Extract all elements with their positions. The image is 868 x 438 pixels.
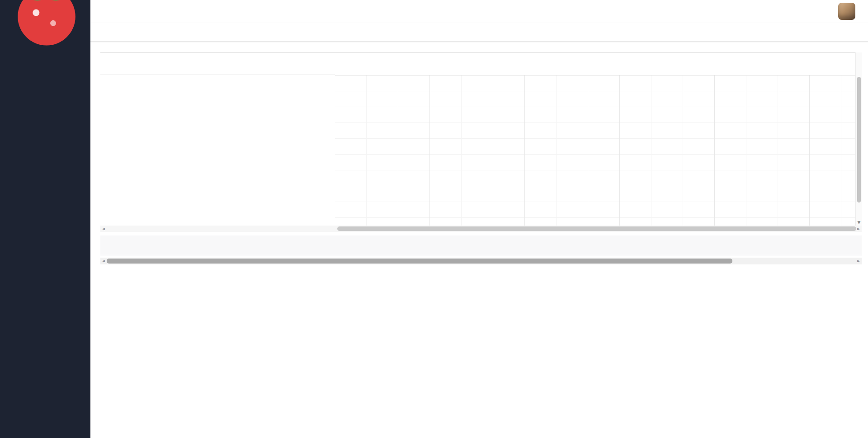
scroll-right-arrow[interactable]: ►: [857, 226, 860, 232]
sidebar: [0, 0, 90, 438]
sidebar-menu: [0, 25, 90, 438]
scrollbar-thumb[interactable]: [337, 226, 856, 231]
orders-horizontal-scrollbar[interactable]: ◄ ►: [100, 258, 862, 264]
gantt-chart-area: [335, 75, 855, 226]
caret-down-icon[interactable]: [856, 15, 862, 21]
gantt-timeline-header: [335, 53, 855, 75]
gantt-vertical-scrollbar[interactable]: ▼: [855, 52, 862, 226]
hamburger-icon[interactable]: [98, 7, 107, 16]
tags-bar: [90, 23, 868, 42]
orders-table-header: [100, 235, 862, 255]
gantt-task-grid: [100, 52, 335, 226]
gantt-horizontal-scrollbar[interactable]: ◄ ►: [100, 226, 862, 232]
scroll-right-arrow[interactable]: ►: [857, 258, 860, 264]
scroll-left-arrow[interactable]: ◄: [102, 226, 105, 232]
scrollbar-thumb[interactable]: [857, 77, 861, 203]
scrollbar-thumb[interactable]: [107, 259, 732, 264]
gantt-timeline: [335, 52, 855, 226]
gantt-grid-body: [100, 75, 335, 225]
main-area: ▼ ◄ ► ◄ ►: [90, 0, 868, 438]
app-root: ▼ ◄ ► ◄ ►: [0, 0, 868, 438]
avatar[interactable]: [838, 3, 855, 20]
content: ▼ ◄ ► ◄ ►: [90, 42, 868, 438]
scroll-left-arrow[interactable]: ◄: [102, 258, 105, 264]
app-logo[interactable]: [0, 0, 90, 25]
navbar: [90, 0, 868, 23]
scroll-down-arrow[interactable]: ▼: [856, 220, 862, 225]
gantt: ▼ ◄ ►: [100, 52, 862, 232]
orders-table: [100, 235, 862, 255]
gantt-grid-header: [100, 52, 335, 75]
